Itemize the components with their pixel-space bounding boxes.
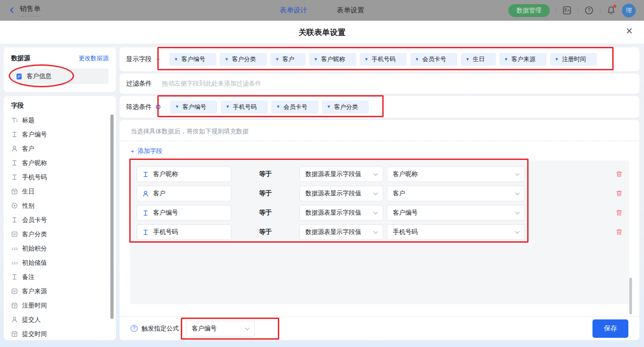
field-list-item[interactable]: 客户编号 [11, 127, 116, 142]
rule-target-field[interactable]: 客户昵称 [137, 166, 231, 182]
rule-target-field[interactable]: 客户编号 [137, 205, 231, 221]
display-field-chip[interactable]: ▼注册时间 [550, 53, 597, 66]
field-list-item-label: 初始储值 [22, 259, 47, 267]
text-field-icon [11, 174, 18, 181]
gear-icon[interactable]: ⚙ [155, 103, 161, 110]
svg-text:123: 123 [12, 261, 18, 265]
triangle-down-icon: ▼ [415, 57, 419, 62]
rule-value-select[interactable]: 客户 [387, 186, 525, 201]
close-icon[interactable]: ✕ [626, 27, 633, 35]
display-field-chip[interactable]: ▼客户昵称 [309, 53, 356, 66]
field-list-item[interactable]: 123初始储值 [11, 256, 116, 270]
screen-condition-chips: ▼客户编号▼手机号码▼会员卡号▼客户分类 [170, 101, 369, 114]
filter-drop-zone[interactable]: 拖动左侧字段到此处来添加过滤条件 [162, 80, 261, 88]
notification-dot [613, 5, 616, 8]
person-field-icon [142, 190, 149, 197]
screen-condition-chip[interactable]: ▼会员卡号 [271, 101, 318, 114]
field-list-item[interactable]: 客户昵称 [11, 156, 116, 170]
rules-scrollbar[interactable] [629, 278, 632, 314]
fields-panel: 字段 标题客户编号客户客户昵称手机号码生日性别会员卡号客户分类123初始积分12… [4, 96, 116, 340]
screen-condition-chip[interactable]: ▼客户分类 [322, 101, 369, 114]
display-field-chip[interactable]: ▼客户分类 [220, 53, 267, 66]
display-field-chip[interactable]: ▼客户 [270, 53, 305, 66]
text-field-icon [11, 216, 18, 223]
field-list-item[interactable]: 客户分类 [11, 227, 116, 241]
field-list-item[interactable]: 会员卡号 [11, 213, 116, 227]
chevron-down-icon [374, 210, 378, 215]
field-list-item-label: 注册时间 [22, 301, 47, 310]
display-field-chip[interactable]: ▼客户编号 [169, 53, 216, 66]
delete-rule-icon[interactable] [615, 209, 623, 216]
help-icon[interactable]: ? [584, 6, 594, 15]
plus-icon: + [131, 148, 134, 155]
rule-operator: 等于 [259, 228, 272, 236]
field-list-item[interactable]: 标题 [11, 113, 116, 127]
trigger-formula-select[interactable]: 客户编号 [186, 321, 255, 336]
back-button[interactable]: 销售单 [8, 5, 40, 17]
rule-value-select[interactable]: 客户编号 [387, 205, 525, 221]
avatar[interactable]: 理 [622, 4, 636, 17]
delete-rule-icon[interactable] [615, 171, 623, 178]
divider [600, 7, 600, 14]
triangle-down-icon: ▼ [555, 57, 559, 62]
field-list-item[interactable]: 生日 [11, 184, 116, 199]
translate-icon[interactable]: A [562, 6, 572, 15]
rule-source-select[interactable]: 数据源表显示字段值 [299, 186, 383, 201]
rule-source-select[interactable]: 数据源表显示字段值 [299, 224, 383, 240]
field-list-item[interactable]: 手机号码 [11, 170, 116, 184]
rule-value-select[interactable]: 手机号码 [387, 224, 525, 240]
select-field-icon [11, 231, 18, 238]
field-list-item-label: 初始积分 [22, 245, 47, 253]
tab-form-design[interactable]: 表单设计 [280, 6, 307, 15]
rule-source-select[interactable]: 数据源表显示字段值 [299, 166, 383, 182]
display-field-chip[interactable]: ▼客户来源 [500, 53, 546, 66]
field-list-item[interactable]: 客户 [11, 142, 116, 156]
field-list-item[interactable]: 注册时间 [11, 298, 116, 313]
divider [556, 7, 556, 14]
text-field-icon [142, 229, 149, 236]
fields-scrollbar[interactable] [110, 114, 114, 319]
modal-header: 关联表单设置 ✕ [0, 21, 644, 44]
field-list-item[interactable]: 备注 [11, 270, 116, 284]
display-field-chip-label: 客户昵称 [321, 55, 345, 63]
display-field-chip[interactable]: ▼会员卡号 [410, 53, 457, 66]
field-list-item-label: 客户昵称 [22, 159, 47, 167]
notification-bell-icon[interactable] [606, 6, 616, 15]
add-field-link[interactable]: + 添加字段 [120, 141, 173, 156]
add-display-field-button[interactable]: + [156, 56, 160, 63]
data-manage-button[interactable]: 数据管理 [508, 4, 550, 17]
divider [578, 7, 578, 14]
field-list-item[interactable]: 123初始积分 [11, 241, 116, 256]
question-icon[interactable]: ? [131, 325, 138, 332]
screen-condition-chip[interactable]: ▼手机号码 [221, 101, 268, 114]
change-datasource-link[interactable]: 更改数据源 [79, 54, 109, 63]
field-list-item-label: 客户编号 [22, 131, 47, 139]
rule-source-select[interactable]: 数据源表显示字段值 [299, 205, 383, 221]
rule-value-select-value: 客户编号 [393, 209, 418, 217]
datasource-item[interactable]: 客户信息 [11, 68, 109, 84]
title-field-icon [11, 117, 18, 124]
field-list-item[interactable]: 提交人 [11, 313, 116, 327]
trigger-formula-label: 触发指定公式 [142, 324, 179, 333]
triangle-down-icon: ▼ [174, 57, 178, 62]
rule-target-field[interactable]: 客户 [137, 186, 231, 201]
delete-rule-icon[interactable] [615, 228, 623, 236]
datasource-title: 数据源 [11, 54, 30, 63]
datasource-item-label: 客户信息 [27, 72, 52, 80]
display-field-chip[interactable]: ▼生日 [461, 53, 496, 66]
rule-target-field[interactable]: 手机号码 [137, 224, 231, 240]
field-list-item[interactable]: 客户来源 [11, 284, 116, 298]
rule-value-select[interactable]: 客户昵称 [387, 166, 525, 182]
field-list-item[interactable]: 提交时间 [11, 327, 116, 340]
field-list-item[interactable]: 性别 [11, 199, 116, 213]
save-button[interactable]: 保存 [592, 319, 628, 338]
tab-form-settings[interactable]: 表单设置 [337, 6, 364, 15]
display-fields-label: 显示字段 [126, 55, 152, 63]
fill-rules-hint: 当选择具体数据后，将按如下规则填充数据 [120, 127, 639, 141]
delete-rule-icon[interactable] [615, 190, 623, 197]
screen-condition-chip[interactable]: ▼客户编号 [170, 101, 217, 114]
text-field-icon [11, 159, 18, 166]
triangle-down-icon: ▼ [466, 57, 470, 62]
fill-rule-row: 手机号码等于数据源表显示字段值手机号码 [137, 224, 623, 240]
display-field-chip[interactable]: ▼手机号码 [360, 53, 407, 66]
